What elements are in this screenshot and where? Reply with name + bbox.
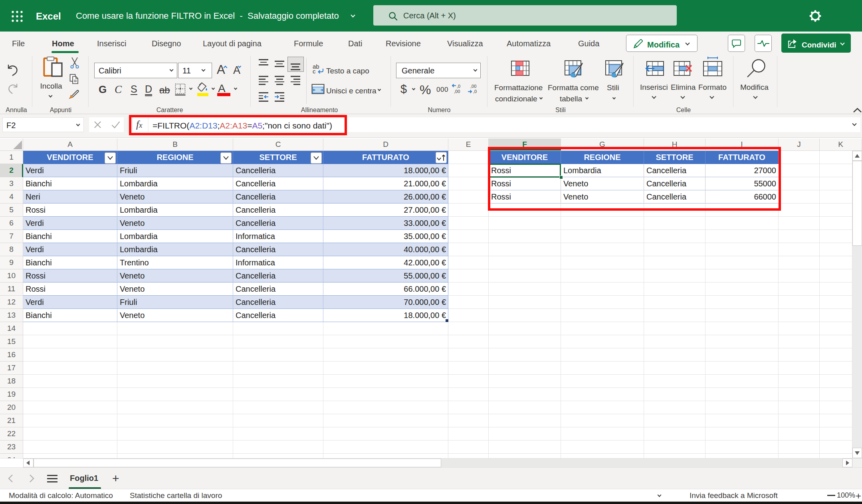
svg-text:,0: ,0 — [457, 84, 460, 89]
svg-text:,0: ,0 — [473, 89, 477, 94]
svg-text:,00: ,00 — [454, 89, 460, 94]
svg-text:,00: ,00 — [470, 84, 476, 89]
